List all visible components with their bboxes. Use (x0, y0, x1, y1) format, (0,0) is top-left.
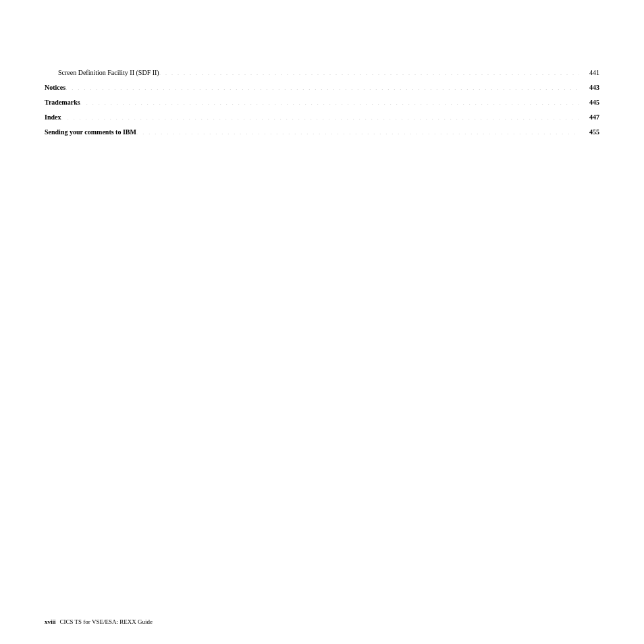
toc-page-number: 445 (579, 97, 599, 108)
toc-entry-sending-entry: Sending your comments to IBM455 (45, 127, 599, 138)
toc-page-number: 441 (579, 68, 599, 78)
toc-label: Sending your comments to IBM (45, 127, 136, 138)
toc-dots (80, 98, 579, 105)
page-footer: xviii CICS TS for VSE/ESA: REXX Guide (45, 618, 599, 625)
toc-entry-trademarks-entry: Trademarks445 (45, 97, 599, 108)
toc-dots (65, 83, 579, 90)
toc-label: Index (45, 112, 61, 123)
toc-label: Screen Definition Facility II (SDF II) (58, 68, 159, 78)
toc-page-number: 455 (579, 127, 599, 138)
toc-entry-index-entry: Index447 (45, 112, 599, 123)
footer-title: CICS TS for VSE/ESA: REXX Guide (60, 618, 153, 625)
toc-dots (159, 68, 579, 75)
toc-entry-sdf-entry: Screen Definition Facility II (SDF II)44… (45, 68, 599, 78)
toc-page-number: 443 (579, 82, 599, 93)
toc-dots (136, 128, 579, 134)
toc-page-number: 447 (579, 112, 599, 123)
toc-dots (61, 113, 579, 119)
toc-label: Trademarks (45, 97, 80, 108)
toc-entry-notices-entry: Notices443 (45, 82, 599, 93)
toc-label: Notices (45, 82, 65, 93)
toc-section: Screen Definition Facility II (SDF II)44… (45, 68, 599, 142)
footer-page-number: xviii (45, 618, 56, 625)
